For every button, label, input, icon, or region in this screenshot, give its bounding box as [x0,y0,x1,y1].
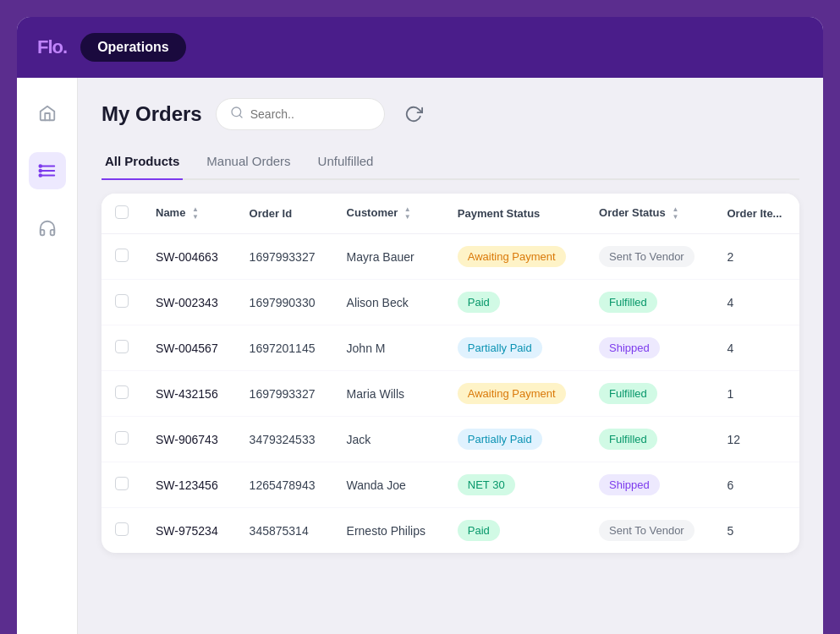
svg-point-3 [39,165,41,167]
order-status-badge: Fulfilled [599,383,657,404]
app-window: Flo. Operations [17,17,823,634]
header-payment-status: Payment Status [444,194,585,234]
row-order-id: 1697993327 [236,234,333,280]
payment-status-badge: Awaiting Payment [458,383,566,404]
row-checkbox[interactable] [115,340,129,353]
table-header: Name ▲▼ Order Id Customer ▲▼ Payment Sta… [102,194,799,234]
order-status-badge: Shipped [599,337,660,358]
row-name: SW-004567 [142,325,236,371]
header-order-items: Order Ite... [713,194,799,234]
header-name: Name ▲▼ [142,194,236,234]
row-order-status: Shipped [585,462,713,508]
sort-customer-icon[interactable]: ▲▼ [404,206,411,221]
row-payment-status: Paid [444,280,585,325]
row-order-items: 4 [713,280,799,325]
row-order-id: 1697201145 [236,325,333,371]
sidebar-item-home[interactable] [29,95,66,132]
svg-line-7 [239,115,242,118]
search-input[interactable] [250,107,371,121]
order-status-badge: Fulfilled [599,429,657,450]
content-area: My Orders [78,78,823,634]
refresh-button[interactable] [398,99,429,129]
table-row: SW-975234 345875314 Ernesto Philips Paid… [102,508,799,554]
row-order-items: 2 [713,234,799,280]
payment-status-badge: Partially Paid [458,337,542,358]
search-icon [230,106,244,123]
order-status-badge: Fulfilled [599,292,657,313]
row-customer: Wanda Joe [333,462,444,508]
main-layout: My Orders [17,78,823,634]
row-order-status: Sent To Vendor [585,508,713,554]
row-checkbox[interactable] [115,431,129,445]
table-row: SW-432156 1697993327 Maria Wills Awaitin… [102,371,799,417]
operations-badge: Operations [80,33,185,62]
logo-dot: . [63,36,67,57]
table-row: SW-002343 1697990330 Alison Beck Paid Fu… [102,280,799,325]
row-checkbox-cell [102,234,142,280]
sort-order-status-icon[interactable]: ▲▼ [672,206,678,221]
row-checkbox-cell [102,371,142,417]
payment-status-badge: Awaiting Payment [458,246,566,267]
payment-status-badge: Paid [458,520,500,541]
row-checkbox[interactable] [115,294,129,308]
row-order-status: Fulfilled [585,280,713,325]
select-all-checkbox[interactable] [115,205,129,219]
row-name: SW-004663 [142,234,236,280]
row-order-status: Fulfilled [585,371,713,417]
svg-point-5 [39,174,41,177]
header-checkbox-col [102,194,142,234]
orders-table: Name ▲▼ Order Id Customer ▲▼ Payment Sta… [102,194,799,553]
row-order-items: 6 [713,462,799,508]
page-header: My Orders [102,98,799,130]
row-name: SW-432156 [142,371,236,417]
row-customer: Mayra Bauer [333,234,444,280]
row-customer: Maria Wills [333,371,444,417]
sort-name-icon[interactable]: ▲▼ [192,206,199,221]
tabs-bar: All Products Manual Orders Unfulfilled [102,147,799,180]
row-checkbox[interactable] [115,522,129,536]
table-row: SW-123456 1265478943 Wanda Joe NET 30 Sh… [102,462,799,508]
row-checkbox[interactable] [115,249,129,262]
row-checkbox[interactable] [115,477,129,490]
payment-status-badge: NET 30 [458,474,515,495]
row-payment-status: Awaiting Payment [444,371,585,417]
row-customer: Ernesto Philips [333,508,444,554]
row-order-items: 12 [713,417,799,462]
sidebar-item-orders[interactable] [29,152,66,189]
svg-point-4 [39,170,41,172]
search-wrapper [216,98,385,130]
app-logo: Flo. [37,36,67,58]
row-checkbox-cell [102,280,142,325]
row-checkbox[interactable] [115,385,129,399]
tab-manual-orders[interactable]: Manual Orders [203,147,294,180]
page-title: My Orders [102,102,202,126]
orders-table-container: Name ▲▼ Order Id Customer ▲▼ Payment Sta… [102,194,799,553]
payment-status-badge: Partially Paid [458,429,542,450]
header-order-id: Order Id [236,194,333,234]
payment-status-badge: Paid [458,292,500,313]
row-checkbox-cell [102,325,142,371]
logo-text: Flo [37,36,63,57]
sidebar [17,78,78,634]
row-order-id: 3479324533 [236,417,333,462]
top-bar: Flo. Operations [17,17,823,78]
row-name: SW-002343 [142,280,236,325]
row-checkbox-cell [102,417,142,462]
row-customer: Alison Beck [333,280,444,325]
row-order-status: Shipped [585,325,713,371]
row-checkbox-cell [102,462,142,508]
row-customer: John M [333,325,444,371]
row-name: SW-123456 [142,462,236,508]
tab-unfulfilled[interactable]: Unfulfilled [315,147,377,180]
row-order-id: 1265478943 [236,462,333,508]
row-payment-status: NET 30 [444,462,585,508]
table-row: SW-004663 1697993327 Mayra Bauer Awaitin… [102,234,799,280]
tab-all-products[interactable]: All Products [102,147,183,180]
row-order-items: 5 [713,508,799,554]
row-checkbox-cell [102,508,142,554]
table-row: SW-906743 3479324533 Jack Partially Paid… [102,417,799,462]
row-order-id: 345875314 [236,508,333,554]
row-payment-status: Partially Paid [444,417,585,462]
row-name: SW-975234 [142,508,236,554]
sidebar-item-support[interactable] [29,210,66,247]
